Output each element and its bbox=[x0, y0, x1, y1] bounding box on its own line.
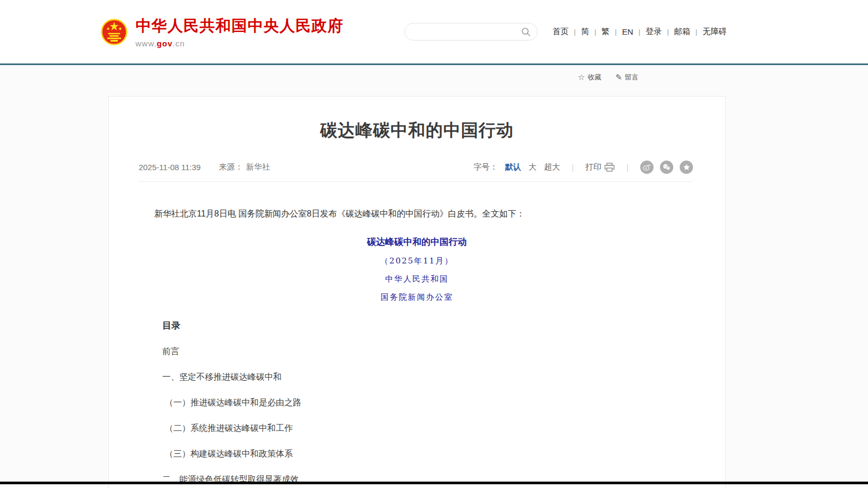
search-box[interactable] bbox=[404, 23, 538, 41]
site-url: www.gov.cn bbox=[136, 39, 344, 48]
article-actions: ☆ 收藏 ✎ 留言 bbox=[0, 65, 868, 82]
top-nav: 首页 | 简 | 繁 | EN | 登录 | 邮箱 | 无障碍 bbox=[547, 27, 732, 37]
toolbar-divider: | bbox=[626, 163, 628, 172]
font-size-large-button[interactable]: 大 bbox=[529, 162, 537, 172]
print-button[interactable]: 打印 bbox=[585, 162, 615, 172]
site-title: 中华人民共和国中央人民政府 bbox=[136, 15, 344, 37]
site-url-gov: gov bbox=[157, 39, 173, 48]
wechat-share-icon[interactable] bbox=[660, 161, 673, 174]
document-title: 碳达峰碳中和的中国行动 bbox=[154, 236, 680, 248]
toc-item: （一）推进碳达峰碳中和是必由之路 bbox=[165, 397, 680, 409]
site-header: 中华人民共和国中央人民政府 www.gov.cn 首页 | 简 | 繁 | EN… bbox=[0, 0, 868, 63]
nav-accessibility[interactable]: 无障碍 bbox=[697, 27, 732, 37]
lead-paragraph: 新华社北京11月8日电 国务院新闻办公室8日发布《碳达峰碳中和的中国行动》白皮书… bbox=[154, 206, 680, 221]
article-meta-row: 2025-11-08 11:39 来源： 新华社 字号： 默认 大 超大 | 打… bbox=[139, 161, 693, 182]
comment-label: 留言 bbox=[625, 73, 639, 82]
toc-item: （二）系统推进碳达峰碳中和工作 bbox=[165, 423, 680, 434]
viewport-bottom-bar bbox=[0, 482, 868, 484]
font-size-label: 字号： bbox=[474, 162, 498, 172]
nav-traditional[interactable]: 繁 bbox=[596, 27, 615, 37]
pencil-icon: ✎ bbox=[615, 73, 622, 82]
toc-item: 前言 bbox=[162, 346, 680, 357]
nav-simplified[interactable]: 简 bbox=[576, 27, 594, 37]
favorite-label: 收藏 bbox=[587, 73, 601, 82]
printer-icon bbox=[604, 163, 615, 172]
site-url-prefix: www. bbox=[136, 39, 157, 48]
nav-login[interactable]: 登录 bbox=[640, 27, 667, 37]
article-toolbar: 字号： 默认 大 超大 | 打印 | bbox=[474, 161, 693, 174]
national-emblem-icon bbox=[100, 18, 128, 46]
toc-item: （三）构建碳达峰碳中和政策体系 bbox=[165, 449, 680, 460]
weibo-share-icon[interactable] bbox=[640, 161, 654, 174]
site-logo[interactable]: 中华人民共和国中央人民政府 www.gov.cn bbox=[100, 15, 344, 48]
font-size-xlarge-button[interactable]: 超大 bbox=[544, 162, 560, 172]
document-date: （2025年11月） bbox=[154, 256, 680, 266]
source-label: 来源： bbox=[219, 162, 243, 172]
page-background: ☆ 收藏 ✎ 留言 碳达峰碳中和的中国行动 2025-11-08 11:39 来… bbox=[0, 65, 868, 486]
font-size-default-button[interactable]: 默认 bbox=[505, 162, 521, 172]
site-url-suffix: .cn bbox=[173, 39, 185, 48]
print-label: 打印 bbox=[585, 162, 601, 172]
article-body: 新华社北京11月8日电 国务院新闻办公室8日发布《碳达峰碳中和的中国行动》白皮书… bbox=[109, 206, 725, 488]
star-icon: ☆ bbox=[578, 73, 585, 82]
comment-button[interactable]: ✎ 留言 bbox=[615, 73, 639, 82]
share-icons bbox=[640, 161, 693, 174]
search-icon[interactable] bbox=[521, 27, 531, 37]
favorite-button[interactable]: ☆ 收藏 bbox=[578, 73, 601, 82]
search-input[interactable] bbox=[413, 28, 521, 36]
document-org-line2: 国务院新闻办公室 bbox=[154, 292, 680, 302]
article-card: 碳达峰碳中和的中国行动 2025-11-08 11:39 来源： 新华社 字号：… bbox=[108, 96, 726, 488]
article-meta-left: 2025-11-08 11:39 来源： 新华社 bbox=[139, 162, 270, 172]
qzone-share-icon[interactable] bbox=[680, 161, 693, 174]
toc-item: 一、坚定不移推进碳达峰碳中和 bbox=[162, 372, 680, 383]
source-value[interactable]: 新华社 bbox=[246, 162, 270, 172]
nav-home[interactable]: 首页 bbox=[547, 27, 574, 37]
nav-english[interactable]: EN bbox=[617, 27, 639, 36]
publish-date: 2025-11-08 11:39 bbox=[139, 163, 201, 172]
toc-heading: 目录 bbox=[162, 319, 680, 332]
document-org-line1: 中华人民共和国 bbox=[154, 274, 680, 284]
nav-mail[interactable]: 邮箱 bbox=[669, 27, 696, 37]
toolbar-divider: | bbox=[572, 163, 574, 172]
page-title: 碳达峰碳中和的中国行动 bbox=[109, 119, 725, 142]
